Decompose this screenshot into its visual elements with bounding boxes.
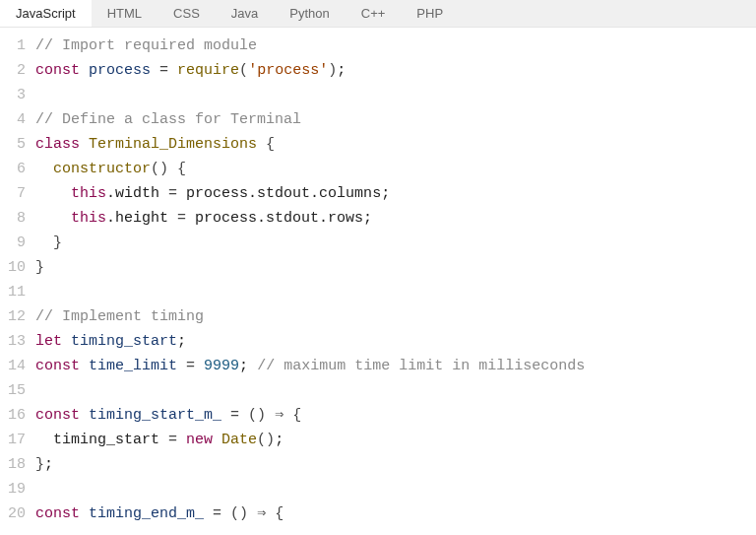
line-number: 7 bbox=[0, 181, 26, 206]
code-line: constructor() { bbox=[35, 157, 756, 181]
token bbox=[35, 210, 71, 227]
line-number: 6 bbox=[0, 157, 26, 181]
line-number: 18 bbox=[0, 452, 26, 477]
token bbox=[80, 136, 89, 153]
code-line: // Implement timing bbox=[35, 304, 756, 329]
line-number: 13 bbox=[0, 329, 26, 354]
token bbox=[151, 62, 159, 79]
code-line: const timing_end_m_ = () ⇒ { bbox=[35, 502, 756, 526]
token: // maximum time limit in milliseconds bbox=[257, 358, 585, 374]
token bbox=[284, 407, 292, 424]
token: } bbox=[35, 259, 44, 276]
token bbox=[62, 333, 71, 350]
token bbox=[80, 358, 89, 374]
line-number: 17 bbox=[0, 428, 26, 452]
token: const bbox=[35, 62, 80, 79]
token: timing_start_m_ bbox=[89, 407, 221, 424]
token: = bbox=[186, 358, 195, 374]
code-line: const time_limit = 9999; // maximum time… bbox=[35, 354, 756, 378]
line-number: 11 bbox=[0, 280, 26, 304]
token: ; bbox=[239, 358, 257, 374]
token bbox=[177, 432, 186, 448]
code-line: } bbox=[35, 255, 756, 280]
code-line: // Import required module bbox=[35, 33, 756, 58]
token bbox=[80, 505, 89, 522]
token: { bbox=[275, 505, 284, 522]
line-number-gutter: 1234567891011121314151617181920 bbox=[0, 33, 35, 526]
code-content[interactable]: // Import required moduleconst process =… bbox=[35, 33, 756, 526]
token bbox=[239, 407, 248, 424]
token: timing_end_m_ bbox=[89, 505, 204, 522]
token: const bbox=[35, 358, 80, 374]
token: const bbox=[35, 505, 80, 522]
token: 9999 bbox=[204, 358, 239, 374]
token: { bbox=[266, 136, 275, 153]
token bbox=[177, 358, 186, 374]
code-line: timing_start = new Date(); bbox=[35, 428, 756, 452]
token: 'process' bbox=[248, 62, 328, 79]
token: class bbox=[35, 136, 80, 153]
code-editor: 1234567891011121314151617181920 // Impor… bbox=[0, 28, 756, 526]
token: // Import required module bbox=[35, 37, 257, 54]
token bbox=[248, 505, 257, 522]
language-tabs: JavaScriptHTMLCSSJavaPythonC++PHP bbox=[0, 0, 756, 28]
token: this bbox=[71, 210, 106, 227]
token: // Implement timing bbox=[35, 308, 204, 325]
token: = bbox=[177, 210, 186, 227]
tab-php[interactable]: PHP bbox=[401, 0, 459, 27]
token bbox=[35, 234, 53, 251]
line-number: 1 bbox=[0, 33, 26, 58]
code-line: } bbox=[35, 231, 756, 255]
token: width bbox=[115, 185, 159, 202]
token bbox=[80, 407, 89, 424]
line-number: 12 bbox=[0, 304, 26, 329]
line-number: 4 bbox=[0, 107, 26, 132]
code-line: const timing_start_m_ = () ⇒ { bbox=[35, 403, 756, 428]
code-line: }; bbox=[35, 452, 756, 477]
token: height bbox=[115, 210, 168, 227]
line-number: 20 bbox=[0, 502, 26, 526]
token: process bbox=[89, 62, 151, 79]
tab-html[interactable]: HTML bbox=[92, 0, 158, 27]
tab-javascript[interactable]: JavaScript bbox=[0, 0, 92, 27]
token: () bbox=[230, 505, 248, 522]
line-number: 15 bbox=[0, 378, 26, 403]
token bbox=[35, 161, 53, 177]
token bbox=[168, 161, 177, 177]
token: ; bbox=[44, 456, 53, 473]
token bbox=[266, 407, 275, 424]
tab-python[interactable]: Python bbox=[274, 0, 345, 27]
token bbox=[168, 62, 177, 79]
code-line: class Terminal_Dimensions { bbox=[35, 132, 756, 157]
token bbox=[204, 505, 213, 522]
token bbox=[257, 136, 266, 153]
token: ( bbox=[239, 62, 248, 79]
token: () bbox=[151, 161, 168, 177]
line-number: 8 bbox=[0, 206, 26, 231]
tab-cplusplus[interactable]: C++ bbox=[346, 0, 402, 27]
code-line bbox=[35, 83, 756, 107]
code-line: // Define a class for Terminal bbox=[35, 107, 756, 132]
token bbox=[213, 432, 221, 448]
token: } bbox=[35, 456, 44, 473]
token: ) bbox=[328, 62, 337, 79]
tab-css[interactable]: CSS bbox=[158, 0, 216, 27]
token: // Define a class for Terminal bbox=[35, 111, 301, 128]
token bbox=[168, 210, 177, 227]
token: timing_start bbox=[71, 333, 177, 350]
line-number: 14 bbox=[0, 354, 26, 378]
token bbox=[80, 62, 89, 79]
code-line: const process = require('process'); bbox=[35, 58, 756, 83]
token: ⇒ bbox=[257, 505, 266, 522]
token: let bbox=[35, 333, 62, 350]
token: = bbox=[213, 505, 221, 522]
token: () bbox=[248, 407, 266, 424]
token: constructor bbox=[53, 161, 151, 177]
token bbox=[221, 505, 230, 522]
token: = bbox=[230, 407, 239, 424]
token bbox=[266, 505, 275, 522]
tab-java[interactable]: Java bbox=[216, 0, 274, 27]
line-number: 10 bbox=[0, 255, 26, 280]
token: time_limit bbox=[89, 358, 177, 374]
token: . bbox=[106, 185, 115, 202]
